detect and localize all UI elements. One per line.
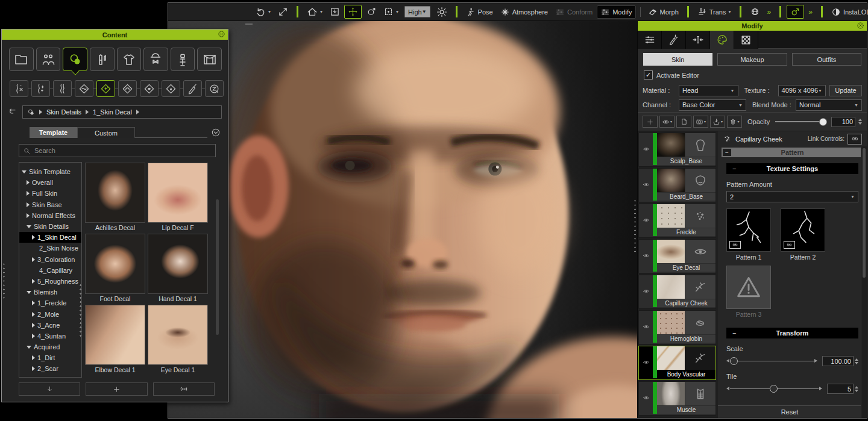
import-button[interactable] xyxy=(327,5,343,18)
scale-slider[interactable] xyxy=(726,357,817,365)
texture-size-dropdown[interactable]: 4096 x 4096▼ xyxy=(778,85,826,96)
tree-item[interactable]: Normal Effects xyxy=(19,210,81,221)
update-button[interactable]: Update xyxy=(829,85,862,96)
eye-icon[interactable] xyxy=(639,311,653,343)
tree-item[interactable]: 3_Acne xyxy=(19,320,81,331)
tab-edit-mesh[interactable] xyxy=(662,31,686,49)
tree-item[interactable]: Acquired xyxy=(19,341,81,352)
thumbnail-image[interactable] xyxy=(85,163,145,223)
apply-to-character-button[interactable] xyxy=(153,382,215,396)
splitter-handle[interactable] xyxy=(79,283,82,337)
breadcrumb-item[interactable]: 1_Skin Decal xyxy=(93,108,132,116)
grid-scrollbar[interactable] xyxy=(216,199,219,335)
collapse-icon[interactable]: − xyxy=(732,329,736,337)
sub-body-effects-icon[interactable] xyxy=(31,80,50,97)
layer-item[interactable]: Muscle xyxy=(638,381,716,416)
category-actor-icon[interactable] xyxy=(36,48,61,71)
eye-icon[interactable] xyxy=(639,240,653,272)
sub-skin-details-icon[interactable] xyxy=(96,80,115,97)
tree-item[interactable]: 2_Scar xyxy=(19,363,81,374)
eye-icon[interactable] xyxy=(639,275,653,307)
layer-item[interactable]: Beard_Base xyxy=(638,168,716,202)
category-skin-icon[interactable] xyxy=(63,48,87,71)
reset-button[interactable]: Reset xyxy=(718,405,861,418)
settings-scrollbar[interactable] xyxy=(861,146,867,418)
close-icon[interactable] xyxy=(857,22,864,30)
thumbnail-item[interactable]: Hand Decal 1 xyxy=(148,234,208,303)
pattern-image[interactable] xyxy=(781,208,825,252)
thumbnail-item[interactable]: Eye Decal 1 xyxy=(148,305,208,374)
sub-body-icon[interactable] xyxy=(53,80,72,97)
pattern-slot[interactable]: Pattern 1 xyxy=(726,208,771,261)
thumbnail-image[interactable] xyxy=(85,234,145,294)
close-icon[interactable] xyxy=(218,30,225,38)
tree-item[interactable]: 3_Coloration xyxy=(19,254,81,265)
tab-conform[interactable] xyxy=(686,31,710,49)
tree-item[interactable]: 5_Roughness xyxy=(19,276,81,287)
home-camera-button[interactable]: ▾ xyxy=(304,5,326,19)
sub-skin-arc-icon[interactable] xyxy=(118,80,137,97)
layer-item-selected[interactable]: Body Vascular xyxy=(638,346,716,380)
material-dropdown[interactable]: Head▼ xyxy=(679,85,738,96)
channel-dropdown[interactable]: Base Color▼ xyxy=(679,99,746,111)
back-button[interactable] xyxy=(7,107,18,117)
eye-icon[interactable] xyxy=(639,169,653,201)
sub-skin-normal-icon[interactable] xyxy=(75,80,93,97)
tree-item[interactable]: 2_Mole xyxy=(19,308,81,319)
more-editors-button[interactable]: » xyxy=(805,7,816,17)
tab-attribute[interactable] xyxy=(638,31,662,49)
splitter-handle[interactable] xyxy=(634,199,637,254)
select-tool-button[interactable]: ▾ xyxy=(380,5,401,18)
sub-wrinkle-icon[interactable] xyxy=(205,80,224,97)
viewport-3d[interactable] xyxy=(168,21,637,418)
delete-layer-button[interactable]: ▾ xyxy=(727,116,742,128)
link-controls-icon[interactable] xyxy=(848,134,862,145)
tree-item-selected[interactable]: 1_Skin Decal xyxy=(19,232,81,243)
download-button[interactable] xyxy=(19,382,80,396)
thumbnail-image[interactable] xyxy=(148,163,208,223)
skin-mode-button[interactable]: Skin xyxy=(643,53,712,66)
lighting-button[interactable] xyxy=(433,5,450,19)
opacity-spinner[interactable] xyxy=(858,119,862,125)
eye-icon[interactable] xyxy=(639,382,653,414)
more-tools-button[interactable]: » xyxy=(764,7,775,17)
pattern-image[interactable] xyxy=(726,208,771,252)
eye-icon[interactable] xyxy=(639,204,653,236)
layer-item[interactable]: Eye Decal xyxy=(638,239,716,273)
activate-editor-checkbox[interactable]: ✓ xyxy=(644,70,653,80)
layer-item[interactable]: Scalp_Base xyxy=(638,133,716,167)
morph-button[interactable]: Morph xyxy=(645,6,682,18)
collapse-icon[interactable]: − xyxy=(723,149,731,156)
breadcrumb-item[interactable]: Skin Details xyxy=(46,108,81,116)
thumbnail-image[interactable] xyxy=(148,234,208,294)
tree-item[interactable]: Skin Base xyxy=(19,199,81,210)
thumbnail-item[interactable]: Foot Decal xyxy=(85,234,145,303)
opacity-slider-knob[interactable] xyxy=(819,118,827,126)
search-input[interactable]: Search xyxy=(19,144,216,157)
thumbnail-item[interactable]: Lip Decal F xyxy=(148,163,208,232)
blend-mode-dropdown[interactable]: Normal▼ xyxy=(796,99,862,111)
conform-button[interactable]: Conform xyxy=(552,6,596,18)
bake-layer-button[interactable]: ▾ xyxy=(710,116,725,128)
category-makeup-icon[interactable] xyxy=(90,48,115,71)
transform-section-header[interactable]: − Transform xyxy=(726,328,858,338)
outfits-mode-button[interactable]: Outfits xyxy=(792,53,861,66)
thumbnail-item[interactable]: Achilles Decal xyxy=(85,163,145,232)
scale-spinner[interactable] xyxy=(855,358,858,364)
pose-button[interactable]: Pose xyxy=(463,6,496,18)
pattern-slot-empty[interactable]: Pattern 3 xyxy=(726,266,771,318)
scale-slider-knob[interactable] xyxy=(730,357,738,365)
move-tool-button[interactable] xyxy=(344,5,362,19)
add-content-button[interactable] xyxy=(86,382,147,396)
layer-visibility-button[interactable]: ▾ xyxy=(659,116,675,128)
tree-item[interactable]: Skin Details xyxy=(19,221,81,232)
tree-item[interactable]: 1_Dirt xyxy=(19,352,81,363)
bake-globe-button[interactable] xyxy=(747,5,763,18)
opacity-slider[interactable] xyxy=(775,118,826,125)
atmosphere-button[interactable]: Atmosphere xyxy=(497,6,551,18)
scale-value[interactable]: 100.00 xyxy=(822,356,854,366)
tile-spinner[interactable] xyxy=(855,386,858,392)
undo-rotate-button[interactable]: ▾ xyxy=(252,5,274,19)
splitter-handle[interactable] xyxy=(2,262,5,301)
category-accessory-icon[interactable] xyxy=(143,48,168,71)
